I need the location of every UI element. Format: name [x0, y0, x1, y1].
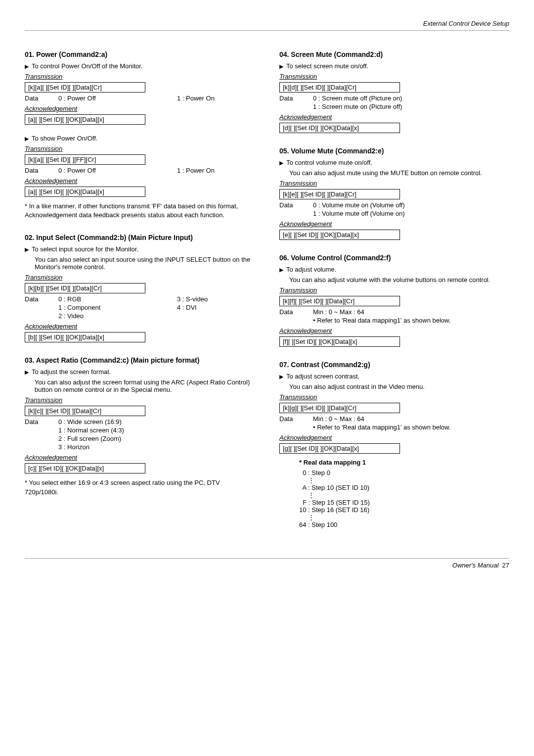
desc-05: ▶To control volume mute on/off.	[279, 159, 509, 166]
ack-heading: Acknowledgement	[279, 113, 509, 121]
transmission-heading: Transmission	[279, 393, 509, 401]
data-val: 0 : Volume mute on (Volume off)	[313, 201, 404, 209]
triangle-icon: ▶	[279, 63, 283, 70]
mapping-val: F : Step 15 (SET ID 15)	[303, 499, 370, 506]
mapping-val: 0 : Step 0	[303, 469, 330, 476]
desc-text: To select screen mute on/off.	[286, 62, 368, 70]
desc-02b: You can also select an input source usin…	[35, 256, 255, 271]
data-row: 1 : Normal screen (4:3)	[25, 426, 255, 434]
section-title-05: 05. Volume Mute (Command2:e)	[279, 147, 509, 155]
data-val: 0 : RGB	[58, 295, 177, 303]
data-label: Data	[25, 167, 58, 174]
transmission-heading: Transmission	[279, 73, 509, 80]
command-box: [g][ ][Set ID][ ][OK][Data][x]	[279, 443, 400, 454]
real-data-mapping: * Real data mapping 1 0 : Step 0 ⋮ A : S…	[299, 459, 509, 528]
desc-02: ▶To select input source for the Monitor.	[25, 245, 255, 253]
ack-heading: Acknowledgement	[279, 434, 509, 441]
data-row: 1 : Screen mute on (Picture off)	[279, 103, 509, 110]
data-val: Min : 0 ~ Max : 64	[313, 308, 364, 316]
content-columns: 01. Power (Command2:a) ▶To control Power…	[25, 50, 509, 528]
data-val: 1 : Normal screen (4:3)	[58, 426, 124, 434]
mapping-val: A : Step 10 (SET ID 10)	[303, 484, 370, 491]
desc-text: To control volume mute on/off.	[286, 159, 372, 166]
ack-heading: Acknowledgement	[25, 323, 255, 330]
section-title-07: 07. Contrast (Command2:g)	[279, 361, 509, 369]
desc-01b: ▶To show Power On/Off.	[25, 135, 255, 142]
triangle-icon: ▶	[279, 160, 283, 166]
data-row: • Refer to 'Real data mapping1' as shown…	[279, 317, 509, 324]
note-01: * In a like manner, if other functions t…	[25, 202, 255, 220]
mapping-row: 64 : Step 100	[299, 521, 509, 528]
command-box: [c][ ][Set ID][ ][OK][Data][x]	[25, 463, 145, 473]
command-box: [k][a][ ][Set ID][ ][Data][Cr]	[25, 82, 145, 93]
triangle-icon: ▶	[25, 369, 29, 376]
desc-06b: You can also adjust volume with the volu…	[289, 276, 509, 284]
mapping-row: 0 : Step 0	[299, 469, 509, 476]
page-footer: Owner's Manual 27	[25, 558, 509, 569]
triangle-icon: ▶	[25, 136, 29, 142]
triangle-icon: ▶	[25, 63, 29, 70]
vertical-dots-icon: ⋮	[308, 514, 509, 521]
desc-text: To adjust screen contrast.	[286, 373, 359, 380]
footer-page: 27	[502, 562, 509, 569]
command-box: [k][g][ ][Set ID][ ][Data][Cr]	[279, 403, 400, 413]
triangle-icon: ▶	[25, 246, 29, 253]
data-val: 0 : Power Off	[58, 94, 177, 102]
triangle-icon: ▶	[279, 267, 283, 273]
command-box: [k][d][ ][Set ID][ ][Data][Cr]	[279, 82, 400, 93]
command-box: [e][ ][Set ID][ ][OK][Data][x]	[279, 230, 400, 240]
data-label: Data	[279, 201, 313, 209]
desc-text: To adjust the screen format.	[32, 368, 111, 376]
vertical-dots-icon: ⋮	[308, 491, 509, 499]
mapping-row: A : Step 10 (SET ID 10)	[299, 484, 509, 491]
data-row: Data 0 : Power Off 1 : Power On	[25, 167, 255, 174]
transmission-heading: Transmission	[25, 396, 255, 404]
ack-heading: Acknowledgement	[25, 177, 255, 185]
data-row: 1 : Volume mute off (Volume on)	[279, 210, 509, 217]
triangle-icon: ▶	[279, 374, 283, 380]
data-row: 3 : Horizon	[25, 443, 255, 451]
command-box: [b][ ][Set ID][ ][OK][Data][x]	[25, 332, 145, 342]
command-box: [k][b][ ][Set ID][ ][Data][Cr]	[25, 283, 145, 293]
data-val: 2 : Full screen (Zoom)	[58, 435, 121, 442]
data-val: 2 : Video	[58, 312, 177, 320]
data-val: 1 : Component	[58, 304, 177, 311]
data-val: 1 : Screen mute on (Picture off)	[313, 103, 402, 110]
section-title-04: 04. Screen Mute (Command2:d)	[279, 50, 509, 58]
data-row: Data 0 : Power Off 1 : Power On	[25, 94, 255, 102]
transmission-heading: Transmission	[25, 145, 255, 152]
data-row: 1 : Component 4 : DVI	[25, 304, 255, 311]
desc-03: ▶To adjust the screen format.	[25, 368, 255, 376]
command-box: [k][a][ ][Set ID][ ][FF][Cr]	[25, 154, 145, 165]
data-val: 0 : Screen mute off (Picture on)	[313, 94, 402, 102]
right-column: 04. Screen Mute (Command2:d) ▶To select …	[279, 50, 509, 528]
data-label: Data	[279, 308, 313, 316]
data-val: 0 : Wide screen (16:9)	[58, 418, 122, 425]
desc-text: To control Power On/Off of the Monitor.	[32, 62, 142, 70]
data-row: • Refer to 'Real data mapping1' as shown…	[279, 424, 509, 431]
data-row: Data0 : Volume mute on (Volume off)	[279, 201, 509, 209]
desc-04: ▶To select screen mute on/off.	[279, 62, 509, 70]
vertical-dots-icon: ⋮	[308, 476, 509, 484]
footer-label: Owner's Manual	[452, 562, 499, 569]
desc-text: To show Power On/Off.	[32, 135, 97, 142]
data-val: 1 : Power On	[177, 94, 215, 102]
data-val: 3 : S-video	[177, 295, 208, 303]
transmission-heading: Transmission	[279, 286, 509, 294]
data-row: 2 : Video	[25, 312, 255, 320]
data-row: Data 0 : Wide screen (16:9)	[25, 418, 255, 425]
refer-text: • Refer to 'Real data mapping1' as shown…	[313, 317, 450, 324]
command-box: [f][ ][Set ID][ ][OK][Data][x]	[279, 336, 400, 347]
desc-07b: You can also adjust contrast in the Vide…	[289, 383, 509, 390]
note-03: * You select either 16:9 or 4:3 screen a…	[25, 478, 255, 496]
desc-01a: ▶To control Power On/Off of the Monitor.	[25, 62, 255, 70]
transmission-heading: Transmission	[25, 274, 255, 281]
section-title-06: 06. Volume Control (Command2:f)	[279, 254, 509, 262]
refer-text: • Refer to 'Real data mapping1' as shown…	[313, 424, 450, 431]
ack-heading: Acknowledgement	[25, 105, 255, 112]
transmission-heading: Transmission	[279, 180, 509, 187]
mapping-row: 10 : Step 16 (SET ID 16)	[299, 506, 509, 514]
transmission-heading: Transmission	[25, 73, 255, 80]
mapping-row: F : Step 15 (SET ID 15)	[299, 499, 509, 506]
data-label: Data	[279, 94, 313, 102]
